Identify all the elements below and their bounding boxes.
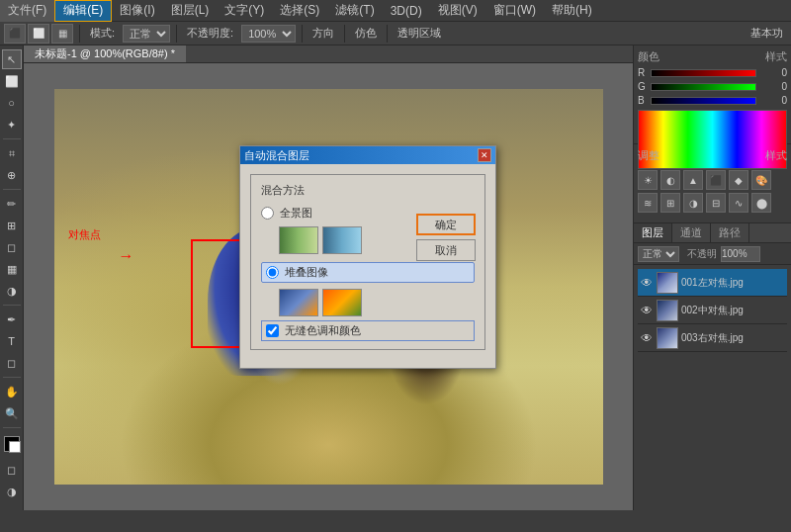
tool-gradient[interactable]: ▦ — [2, 259, 22, 279]
adj-icon-12[interactable]: ⬤ — [751, 193, 771, 213]
opacity-label-layers: 不透明 — [687, 247, 717, 261]
checkbox-seamless-row: 无缝色调和颜色 — [261, 320, 475, 341]
layers-list: 👁 001左对焦.jpg 👁 002中对焦.jpg 👁 003右对焦.jpg — [634, 265, 791, 510]
tab-channels[interactable]: 通道 — [672, 223, 711, 242]
toolbar-btn-1[interactable]: ⬛ — [4, 24, 26, 44]
radio-stack[interactable] — [266, 266, 279, 279]
layer-thumb-0 — [657, 272, 678, 294]
layer-vis-2[interactable]: 👁 — [640, 331, 654, 345]
dialog-body: 混合方法 全景图 — [240, 164, 495, 368]
adj-icon-11[interactable]: ∿ — [729, 193, 748, 213]
tool-stamp[interactable]: ⊞ — [2, 216, 22, 235]
menu-filter[interactable]: 滤镜(T) — [327, 0, 382, 22]
tool-pen[interactable]: ✒ — [2, 310, 22, 329]
tool-hand[interactable]: ✋ — [2, 382, 22, 401]
layer-name-1: 002中对焦.jpg — [681, 304, 785, 317]
toolbar-sep-1 — [79, 25, 80, 43]
tool-marquee[interactable]: ⬜ — [2, 71, 22, 91]
opacity-select[interactable]: 100% — [241, 25, 296, 43]
toolbar-btn-2[interactable]: ⬜ — [28, 24, 49, 44]
tab-paths[interactable]: 路径 — [711, 223, 749, 242]
adj-icon-5[interactable]: ◆ — [729, 170, 748, 190]
layer-row-2[interactable]: 👁 003右对焦.jpg — [638, 324, 787, 352]
dialog-close-button[interactable]: ✕ — [478, 148, 491, 162]
tab-layers[interactable]: 图层 — [634, 223, 672, 242]
thumb-stack-1 — [279, 289, 318, 316]
menu-window[interactable]: 窗口(W) — [485, 0, 544, 22]
menu-3d[interactable]: 3D(D) — [383, 0, 430, 22]
layer-row-1[interactable]: 👁 002中对焦.jpg — [638, 297, 787, 324]
canvas-tabs: 未标题-1 @ 100%(RGB/8#) * — [24, 45, 633, 63]
right-panel: 颜色 样式 R 0 G 0 B 0 — [633, 45, 791, 510]
tool-brush[interactable]: ✏ — [2, 194, 22, 214]
toolbar-sep-2 — [176, 25, 177, 43]
opacity-input-layers[interactable] — [721, 246, 760, 262]
checkbox-seamless[interactable] — [266, 324, 279, 337]
tool-mode-quick[interactable]: ◑ — [2, 482, 22, 501]
ok-button[interactable]: 确定 — [416, 214, 476, 235]
tool-shape[interactable]: ◻ — [2, 353, 22, 373]
blend-mode-select[interactable]: 正常 — [638, 246, 679, 262]
adj-icon-4[interactable]: ⬛ — [706, 170, 726, 190]
radio-panorama-label: 全景图 — [280, 206, 312, 221]
tool-mode-normal[interactable]: ◻ — [2, 460, 22, 480]
adj-icon-2[interactable]: ◐ — [660, 170, 680, 190]
mode-select[interactable]: 正常 — [123, 25, 170, 43]
r-slider[interactable] — [651, 69, 756, 77]
menu-layer[interactable]: 图层(L) — [163, 0, 218, 22]
layer-name-2: 003右对焦.jpg — [681, 331, 785, 345]
b-slider[interactable] — [651, 97, 756, 105]
b-value: 0 — [759, 95, 787, 106]
tool-eraser[interactable]: ◻ — [2, 237, 22, 257]
tool-wand[interactable]: ✦ — [2, 115, 22, 134]
tool-eyedropper[interactable]: ⊕ — [2, 165, 22, 185]
tool-dodge[interactable]: ◑ — [2, 281, 22, 301]
adj-icon-10[interactable]: ⊟ — [706, 193, 726, 213]
adj-icon-6[interactable]: 🎨 — [751, 170, 771, 190]
menu-image[interactable]: 图像(I) — [112, 0, 162, 22]
foreground-color[interactable] — [4, 436, 20, 452]
auto-blend-dialog: 自动混合图层 ✕ 混合方法 全景图 — [239, 145, 496, 369]
layer-vis-0[interactable]: 👁 — [640, 276, 654, 290]
layer-thumb-2 — [657, 327, 678, 349]
stack-thumbs — [261, 289, 475, 316]
toolbar-btn-3[interactable]: ▦ — [51, 24, 73, 44]
menu-view[interactable]: 视图(V) — [430, 0, 485, 22]
color-panel: 颜色 样式 R 0 G 0 B 0 — [634, 45, 791, 144]
menu-select[interactable]: 选择(S) — [272, 0, 327, 22]
r-label: R — [638, 67, 648, 78]
tool-crop[interactable]: ⌗ — [2, 143, 22, 163]
tool-zoom[interactable]: 🔍 — [2, 403, 22, 423]
blend-label: 仿色 — [351, 26, 381, 41]
cancel-button[interactable]: 取消 — [416, 239, 476, 261]
adj-icon-8[interactable]: ⊞ — [660, 193, 680, 213]
transparent-label: 透明区域 — [394, 26, 445, 41]
adj-icon-7[interactable]: ≋ — [638, 193, 658, 213]
menu-file[interactable]: 文件(F) — [0, 0, 54, 22]
g-slider[interactable] — [651, 83, 756, 91]
canvas-tab-main[interactable]: 未标题-1 @ 100%(RGB/8#) * — [24, 45, 186, 62]
adj-style-title: 样式 — [765, 148, 787, 163]
layer-vis-1[interactable]: 👁 — [640, 304, 654, 317]
menu-help[interactable]: 帮助(H) — [544, 0, 600, 22]
menu-edit[interactable]: 编辑(E) — [54, 0, 112, 22]
toolbar-sep-3 — [302, 25, 303, 43]
g-label: G — [638, 81, 648, 92]
adj-icon-9[interactable]: ◑ — [683, 193, 703, 213]
tool-lasso[interactable]: ○ — [2, 93, 22, 113]
radio-panorama[interactable] — [261, 207, 274, 220]
adj-icon-3[interactable]: ▲ — [683, 170, 703, 190]
mode-label: 模式: — [86, 26, 119, 41]
dialog-titlebar: 自动混合图层 ✕ — [240, 146, 495, 164]
adj-icon-1[interactable]: ☀ — [638, 170, 658, 190]
tool-type[interactable]: T — [2, 331, 22, 351]
menu-text[interactable]: 文字(Y) — [217, 0, 272, 22]
tool-sep-5 — [3, 427, 21, 428]
tool-move[interactable]: ↖ — [2, 49, 22, 69]
layer-row-0[interactable]: 👁 001左对焦.jpg — [638, 269, 787, 297]
color-row-g: G 0 — [638, 81, 787, 92]
thumb-pano-1 — [279, 226, 318, 254]
background-color[interactable] — [9, 441, 21, 453]
g-value: 0 — [759, 81, 787, 92]
blend-method-group: 混合方法 全景图 — [250, 174, 485, 350]
